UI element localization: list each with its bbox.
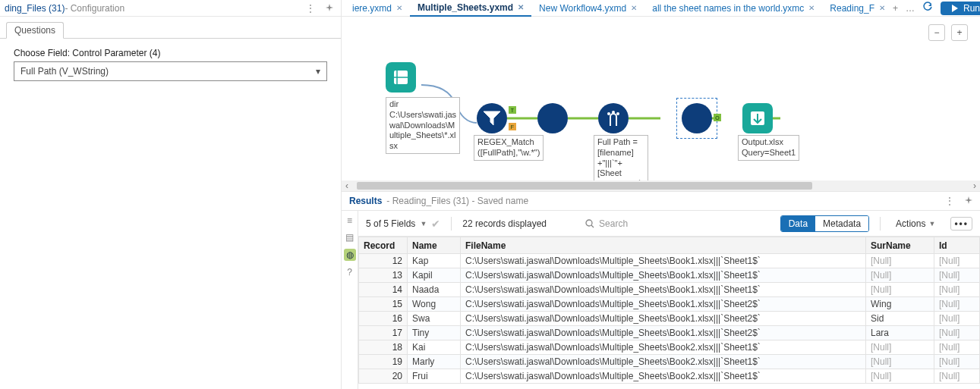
view-metadata[interactable]: Metadata [815, 216, 868, 231]
column-header[interactable]: FileName [461, 237, 866, 254]
tab-questions[interactable]: Questions [6, 22, 64, 39]
canvas-scrollbar-h[interactable]: ‹ › [342, 180, 980, 191]
tab-add-icon[interactable]: + [893, 3, 898, 14]
search-input[interactable]: Search [580, 216, 732, 231]
cell[interactable]: Wing [866, 297, 934, 312]
tool-formula[interactable]: Full Path = [filename] +"|||`"+[Sheet Na… [598, 103, 629, 133]
tool-output[interactable]: Output.xlsx Query=Sheet1 [742, 103, 773, 133]
cell[interactable]: C:\Users\swati.jaswal\Downloads\Multiple… [461, 355, 866, 369]
results-grid[interactable]: RecordNameFileNameSurNameId 12KapC:\User… [358, 237, 980, 389]
cell[interactable]: Lara [866, 326, 934, 340]
cell[interactable]: 13 [359, 268, 408, 283]
cell[interactable]: 19 [359, 355, 408, 369]
table-row[interactable]: 14NaadaC:\Users\swati.jaswal\Downloads\M… [359, 283, 980, 297]
close-icon[interactable]: ✕ [879, 4, 885, 12]
view-toggle[interactable]: Data Metadata [780, 215, 869, 232]
workflow-tab[interactable]: Reading_F✕ [822, 0, 893, 17]
cell[interactable]: 15 [359, 297, 408, 312]
cell[interactable]: [Null] [866, 369, 934, 384]
table-row[interactable]: 19MarlyC:\Users\swati.jaswal\Downloads\M… [359, 355, 980, 369]
cell[interactable]: C:\Users\swati.jaswal\Downloads\Multiple… [461, 268, 866, 283]
cell[interactable]: 16 [359, 312, 408, 326]
table-row[interactable]: 13KapilC:\Users\swati.jaswal\Downloads\M… [359, 268, 980, 283]
cell[interactable]: C:\Users\swati.jaswal\Downloads\Multiple… [461, 369, 866, 384]
cell[interactable]: C:\Users\swati.jaswal\Downloads\Multiple… [461, 312, 866, 326]
cell[interactable]: C:\Users\swati.jaswal\Downloads\Multiple… [461, 283, 866, 297]
cell[interactable]: [Null] [934, 369, 980, 384]
cell[interactable]: [Null] [934, 283, 980, 297]
cell[interactable]: [Null] [866, 355, 934, 369]
table-row[interactable]: 15WongC:\Users\swati.jaswal\Downloads\Mu… [359, 297, 980, 312]
field-dropdown[interactable]: Full Path (V_WString) ▾ [14, 61, 327, 81]
table-row[interactable]: 12KapC:\Users\swati.jaswal\Downloads\Mul… [359, 254, 980, 268]
cell[interactable]: [Null] [866, 268, 934, 283]
anchor-output[interactable]: O [714, 114, 721, 121]
tab-more-icon[interactable]: … [906, 3, 915, 14]
gutter-msg-icon[interactable]: ▤ [345, 232, 354, 243]
gutter-list-icon[interactable]: ≡ [347, 215, 352, 226]
cell[interactable]: [Null] [934, 297, 980, 312]
column-header[interactable]: Name [408, 237, 461, 254]
table-row[interactable]: 17TinyC:\Users\swati.jaswal\Downloads\Mu… [359, 326, 980, 340]
run-button[interactable]: Run [941, 2, 980, 15]
cell[interactable]: [Null] [934, 326, 980, 340]
tool-action-selected[interactable]: O [682, 103, 712, 133]
cell[interactable]: 18 [359, 340, 408, 355]
cell[interactable]: Kap [408, 254, 461, 268]
field-selector[interactable]: 5 of 5 Fields ▼ ✔ [366, 218, 440, 230]
column-header[interactable]: SurName [866, 237, 934, 254]
workflow-tab[interactable]: New Workflow4.yxmd✕ [531, 0, 644, 17]
cell[interactable]: C:\Users\swati.jaswal\Downloads\Multiple… [461, 297, 866, 312]
cell[interactable]: 14 [359, 283, 408, 297]
scroll-right-icon[interactable]: › [969, 180, 980, 191]
results-menu-icon[interactable]: ⋮ [945, 196, 954, 206]
cell[interactable]: Swa [408, 312, 461, 326]
cell[interactable]: Wong [408, 297, 461, 312]
tool-select[interactable] [537, 103, 568, 133]
close-icon[interactable]: ✕ [396, 4, 402, 12]
cell[interactable]: C:\Users\swati.jaswal\Downloads\Multiple… [461, 326, 866, 340]
cell[interactable]: Marly [408, 355, 461, 369]
cell[interactable]: Kai [408, 340, 461, 355]
scroll-thumb[interactable] [357, 182, 812, 190]
cell[interactable]: [Null] [934, 268, 980, 283]
cell[interactable]: Tiny [408, 326, 461, 340]
close-icon[interactable]: ✕ [808, 4, 815, 12]
results-pin-icon[interactable] [965, 196, 972, 206]
cell[interactable]: Naada [408, 283, 461, 297]
cell[interactable]: [Null] [934, 355, 980, 369]
close-icon[interactable]: ✕ [631, 4, 637, 12]
refresh-icon[interactable] [922, 2, 933, 14]
column-header[interactable]: Record [359, 237, 408, 254]
cell[interactable]: [Null] [934, 312, 980, 326]
cell[interactable]: Kapil [408, 268, 461, 283]
config-menu-icon[interactable]: ⋮ [306, 3, 315, 14]
anchor-true[interactable]: T [509, 106, 516, 114]
scroll-left-icon[interactable]: ‹ [342, 180, 352, 191]
workflow-tab[interactable]: Multiple_Sheets.yxmd✕ [410, 0, 531, 17]
workflow-canvas[interactable]: − + dir C:\Users\swati. [342, 17, 980, 191]
view-data[interactable]: Data [781, 216, 815, 231]
cell-viewer-button[interactable]: ••• [950, 217, 972, 231]
cell[interactable]: 20 [359, 369, 408, 384]
table-row[interactable]: 18KaiC:\Users\swati.jaswal\Downloads\Mul… [359, 340, 980, 355]
zoom-out-button[interactable]: − [928, 24, 945, 41]
cell[interactable]: C:\Users\swati.jaswal\Downloads\Multiple… [461, 254, 866, 268]
column-header[interactable]: Id [934, 237, 980, 254]
cell[interactable]: [Null] [934, 340, 980, 355]
anchor-false[interactable]: F [509, 123, 516, 130]
workflow-tab[interactable]: all the sheet names in the world.yxmc✕ [644, 0, 822, 17]
cell[interactable]: Frui [408, 369, 461, 384]
config-pin-icon[interactable] [326, 3, 333, 14]
tool-directory[interactable]: dir C:\Users\swati.jas wal\Downloads\M u… [386, 62, 460, 154]
actions-dropdown[interactable]: Actions ▼ [891, 218, 940, 229]
cell[interactable]: [Null] [866, 340, 934, 355]
zoom-in-button[interactable]: + [951, 24, 968, 41]
cell[interactable]: 12 [359, 254, 408, 268]
cell[interactable]: 17 [359, 326, 408, 340]
table-row[interactable]: 20FruiC:\Users\swati.jaswal\Downloads\Mu… [359, 369, 980, 384]
gutter-help-icon[interactable]: ? [347, 267, 352, 278]
workflow-tab[interactable]: iere.yxmd✕ [345, 0, 410, 17]
cell[interactable]: [Null] [866, 254, 934, 268]
tool-filter[interactable]: T F REGEX_Match ([FullPath],"\w.*") [477, 103, 507, 133]
